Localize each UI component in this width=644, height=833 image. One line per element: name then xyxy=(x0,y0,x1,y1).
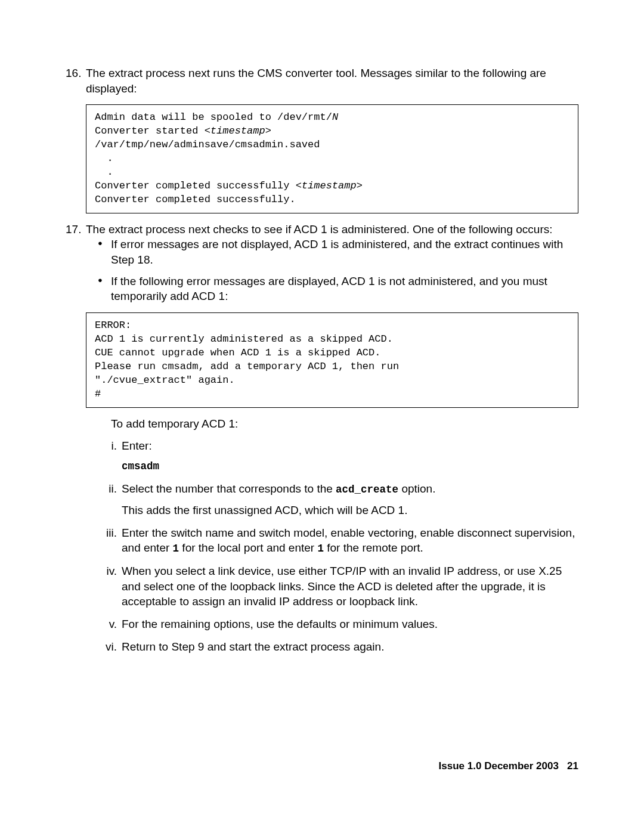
code-italic: N xyxy=(332,112,338,123)
page-content: 16. The extract process next runs the CM… xyxy=(0,0,644,709)
roman-num: v. xyxy=(98,617,117,632)
step-16-header: 16. The extract process next runs the CM… xyxy=(66,66,578,96)
code-text: Converter completed successfully. xyxy=(95,194,296,205)
roman-content: When you select a link device, use eithe… xyxy=(122,563,578,609)
bullet-item: If error messages are not displayed, ACD… xyxy=(98,237,578,267)
bullet-1-text: If error messages are not displayed, ACD… xyxy=(111,238,563,266)
roman-num: iii. xyxy=(98,525,117,541)
roman-item-v: v. For the remaining options, use the de… xyxy=(98,617,578,632)
add-acd-intro: To add temporary ACD 1: xyxy=(111,416,578,432)
code-text: # xyxy=(95,388,101,400)
roman-content: Enter: cmsadm xyxy=(122,438,578,473)
roman-item-ii: ii. Select the number that corresponds t… xyxy=(98,481,578,518)
code-text: Admin data will be spooled to /dev/rmt/ xyxy=(95,112,332,123)
code-italic: <timestamp> xyxy=(296,180,363,191)
ordered-steps-list: 16. The extract process next runs the CM… xyxy=(66,66,578,654)
step-16: 16. The extract process next runs the CM… xyxy=(66,66,578,213)
step-17-code-box: ERROR: ACD 1 is currently administered a… xyxy=(86,312,578,408)
roman-num: ii. xyxy=(98,481,117,497)
roman-content: For the remaining options, use the defau… xyxy=(122,617,578,632)
mono-1b: 1 xyxy=(317,543,324,555)
roman-num: vi. xyxy=(98,639,117,655)
roman-i-text: Enter: xyxy=(122,438,578,454)
cmsadm-command: cmsadm xyxy=(122,460,578,474)
code-text: "./cvue_extract" again. xyxy=(95,374,235,386)
roman-ii-line2: This adds the first unassigned ACD, whic… xyxy=(122,503,578,518)
code-text: . xyxy=(95,153,113,164)
roman-num: iv. xyxy=(98,563,117,579)
roman-item-iii: iii. Enter the switch name and switch mo… xyxy=(98,525,578,556)
code-text: ERROR: xyxy=(95,320,131,331)
step-17-bullets: If error messages are not displayed, ACD… xyxy=(98,237,578,304)
roman-list: i. Enter: cmsadm ii. Select the number t… xyxy=(98,438,578,654)
text-part: for the local port and enter xyxy=(179,541,317,554)
footer-issue: Issue 1.0 December 2003 xyxy=(439,760,559,772)
mono-1: 1 xyxy=(173,543,179,555)
roman-vi-text: Return to Step 9 and start the extract p… xyxy=(122,639,578,655)
roman-item-iv: iv. When you select a link device, use e… xyxy=(98,563,578,609)
step-17-number: 17. xyxy=(66,222,86,237)
code-text: /var/tmp/new/adminsave/cmsadmin.saved xyxy=(95,139,320,150)
roman-v-text: For the remaining options, use the defau… xyxy=(122,617,578,632)
code-italic: <timestamp> xyxy=(205,125,271,137)
code-text: CUE cannot upgrade when ACD 1 is a skipp… xyxy=(95,347,380,358)
roman-content: Enter the switch name and switch model, … xyxy=(122,525,578,556)
text-part: Select the number that corresponds to th… xyxy=(122,482,336,495)
bullet-2-text: If the following error messages are disp… xyxy=(111,275,547,303)
footer-page-number: 21 xyxy=(567,760,578,772)
roman-ii-line1: Select the number that corresponds to th… xyxy=(122,481,578,497)
code-text: . xyxy=(95,166,113,178)
roman-iv-text: When you select a link device, use eithe… xyxy=(122,563,578,609)
acd-create-option: acd_create xyxy=(336,484,398,496)
code-text: Converter completed successfully xyxy=(95,180,296,191)
step-17-text: The extract process next checks to see i… xyxy=(86,222,553,237)
roman-item-i: i. Enter: cmsadm xyxy=(98,438,578,473)
step-17-header: 17. The extract process next checks to s… xyxy=(66,222,578,237)
code-text: Please run cmsadm, add a temporary ACD 1… xyxy=(95,361,399,372)
roman-content: Return to Step 9 and start the extract p… xyxy=(122,639,578,655)
roman-num: i. xyxy=(98,438,117,454)
step-16-code-box: Admin data will be spooled to /dev/rmt/N… xyxy=(86,104,578,213)
roman-item-vi: vi. Return to Step 9 and start the extra… xyxy=(98,639,578,655)
roman-iii-text: Enter the switch name and switch model, … xyxy=(122,525,578,556)
roman-content: Select the number that corresponds to th… xyxy=(122,481,578,518)
step-17-body: If error messages are not displayed, ACD… xyxy=(86,237,578,304)
code-text: ACD 1 is currently administered as a ski… xyxy=(95,333,393,345)
step-16-number: 16. xyxy=(66,66,86,81)
code-text: Converter started xyxy=(95,125,205,137)
step-17: 17. The extract process next checks to s… xyxy=(66,222,578,654)
text-part: for the remote port. xyxy=(324,541,423,554)
text-part: option. xyxy=(398,482,435,495)
page-footer: Issue 1.0 December 2003 21 xyxy=(439,760,578,773)
bullet-item: If the following error messages are disp… xyxy=(98,274,578,304)
step-16-text: The extract process next runs the CMS co… xyxy=(86,66,578,96)
step-17-sub: To add temporary ACD 1: i. Enter: cmsadm… xyxy=(86,416,578,655)
